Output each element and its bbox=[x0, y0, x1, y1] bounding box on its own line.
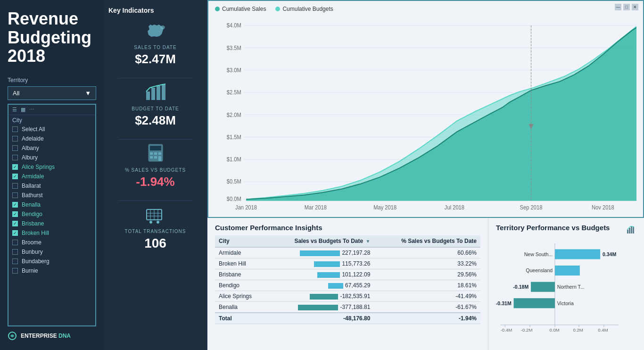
pct-sales-value: -1.94% bbox=[108, 175, 202, 189]
table-row: Armidale227,197.2860.66% bbox=[215, 247, 480, 258]
more-icon: ⋯ bbox=[29, 107, 34, 113]
svg-text:$0.0M: $0.0M bbox=[227, 195, 241, 202]
city-item[interactable]: Bundaberg bbox=[8, 257, 95, 266]
svg-text:$1.5M: $1.5M bbox=[227, 133, 241, 140]
cell-pct: 29.56% bbox=[374, 269, 480, 280]
bar bbox=[300, 250, 340, 256]
city-checkbox bbox=[12, 249, 18, 255]
calculator-icon bbox=[108, 143, 202, 166]
cumulative-chart: ― □ ✕ Cumulative Sales Cumulative Budget… bbox=[207, 0, 644, 218]
city-item[interactable]: Select All bbox=[8, 125, 95, 134]
city-name: Broome bbox=[22, 239, 41, 246]
customer-panel-title: Customer Performance Insights bbox=[215, 224, 480, 232]
svg-rect-56 bbox=[555, 266, 580, 275]
city-list[interactable]: Select AllAdelaideAlbanyAlbury✓Alice Spr… bbox=[8, 125, 95, 325]
svg-text:$3.5M: $3.5M bbox=[227, 44, 241, 51]
sort-icon[interactable]: ▼ bbox=[366, 239, 371, 244]
city-item[interactable]: ✓Brisbane bbox=[8, 219, 95, 228]
city-checkbox bbox=[12, 192, 18, 198]
svg-text:Victoria: Victoria bbox=[557, 300, 574, 306]
sidebar-footer: ENTERPRISE DNA bbox=[8, 326, 96, 341]
total-transactions-card: TOTAL TRANSACTIONS 106 bbox=[108, 205, 202, 251]
city-checkbox: ✓ bbox=[12, 164, 18, 170]
city-checkbox bbox=[12, 155, 18, 160]
city-name: Broken Hill bbox=[22, 230, 49, 236]
svg-text:Nov 2018: Nov 2018 bbox=[592, 204, 614, 211]
chart-svg: $4.0M $3.5M $3.0M $2.5M $2.0M $1.5M $1.0… bbox=[215, 15, 636, 212]
svg-text:May 2018: May 2018 bbox=[373, 204, 396, 211]
svg-rect-50 bbox=[631, 226, 632, 233]
city-item[interactable]: ✓Alice Springs bbox=[8, 162, 95, 172]
city-name: Select All bbox=[22, 126, 45, 133]
city-item[interactable]: Burnie bbox=[8, 266, 95, 275]
city-filter-box: ☰ ▦ ⋯ City Select AllAdelaideAlbanyAlbur… bbox=[8, 104, 96, 326]
key-indicators-title: Key Indicators bbox=[108, 7, 154, 14]
svg-text:$2.5M: $2.5M bbox=[227, 89, 241, 96]
city-item[interactable]: Bathurst bbox=[8, 191, 95, 200]
cell-city: Broken Hill bbox=[215, 258, 267, 269]
cell-city: Alice Springs bbox=[215, 291, 267, 302]
city-checkbox bbox=[12, 268, 18, 274]
cell-city: Brisbane bbox=[215, 269, 267, 280]
svg-rect-48 bbox=[627, 230, 628, 233]
col-city: City bbox=[215, 235, 267, 247]
city-name: Albany bbox=[22, 145, 39, 151]
svg-text:$4.0M: $4.0M bbox=[227, 22, 241, 29]
city-item[interactable]: Ballarat bbox=[8, 181, 95, 191]
city-checkbox: ✓ bbox=[12, 221, 18, 226]
footer-brand: ENTERPRISE DNA bbox=[21, 333, 71, 339]
bottom-panels: Customer Performance Insights City Sales… bbox=[207, 218, 644, 350]
cell-sales: 101,122.09 bbox=[267, 269, 374, 280]
city-name: Albury bbox=[22, 154, 38, 161]
territory-performance-panel: Territory Performance vs Budgets 0.34M N… bbox=[488, 218, 644, 350]
svg-rect-13 bbox=[158, 156, 161, 161]
sales-value: 101,122.09 bbox=[342, 271, 370, 278]
budget-to-date-card: BUDGET TO DATE $2.48M bbox=[108, 82, 202, 128]
australia-map-icon bbox=[108, 21, 202, 43]
close-button[interactable]: ✕ bbox=[632, 4, 638, 10]
city-checkbox: ✓ bbox=[12, 211, 18, 217]
svg-text:Jan 2018: Jan 2018 bbox=[235, 204, 257, 211]
cell-pct: -41.49% bbox=[374, 291, 480, 302]
svg-text:Mar 2018: Mar 2018 bbox=[305, 204, 327, 211]
city-name: Bathurst bbox=[22, 192, 43, 199]
svg-rect-53 bbox=[555, 249, 600, 259]
svg-rect-58 bbox=[531, 282, 555, 292]
city-name: Brisbane bbox=[22, 220, 44, 227]
city-name: Ballarat bbox=[22, 183, 41, 189]
svg-rect-49 bbox=[629, 228, 630, 233]
city-item[interactable]: Albury bbox=[8, 153, 95, 162]
city-item[interactable]: Albany bbox=[8, 143, 95, 153]
cell-sales: 67,455.29 bbox=[267, 280, 374, 291]
city-checkbox bbox=[12, 258, 18, 264]
city-item[interactable]: ✓Broken Hill bbox=[8, 228, 95, 238]
svg-rect-12 bbox=[154, 156, 157, 158]
cell-pct: 33.22% bbox=[374, 258, 480, 269]
enterprise-dna-logo-icon bbox=[8, 331, 17, 341]
bar bbox=[328, 283, 343, 289]
total-transactions-value: 106 bbox=[108, 236, 202, 251]
svg-rect-2 bbox=[146, 92, 150, 100]
territory-label: Territory bbox=[8, 77, 96, 83]
filter-lines-icon: ☰ bbox=[12, 107, 17, 113]
cell-sales: 115,773.26 bbox=[267, 258, 374, 269]
divider-2 bbox=[118, 139, 193, 140]
city-item[interactable]: ✓Bendigo bbox=[8, 209, 95, 219]
territory-dropdown[interactable]: All ▼ bbox=[8, 86, 96, 100]
maximize-button[interactable]: □ bbox=[623, 4, 630, 10]
minimize-button[interactable]: ― bbox=[615, 4, 621, 10]
chart-legend: Cumulative Sales Cumulative Budgets bbox=[215, 6, 636, 12]
filter-icons: ☰ ▦ ⋯ bbox=[12, 107, 34, 113]
sales-value: -182,535.91 bbox=[340, 293, 370, 300]
svg-text:New South...: New South... bbox=[524, 251, 553, 257]
city-checkbox bbox=[12, 183, 18, 189]
bar bbox=[310, 294, 338, 300]
svg-text:0.4M: 0.4M bbox=[598, 327, 608, 333]
city-item[interactable]: Bunbury bbox=[8, 247, 95, 257]
city-item[interactable]: Adelaide bbox=[8, 134, 95, 143]
city-item[interactable]: ✓Armidale bbox=[8, 172, 95, 181]
pct-sales-label: % SALES VS BUDGETS bbox=[108, 167, 202, 173]
city-item[interactable]: ✓Benalla bbox=[8, 200, 95, 209]
svg-rect-61 bbox=[513, 298, 554, 308]
city-item[interactable]: Broome bbox=[8, 238, 95, 247]
